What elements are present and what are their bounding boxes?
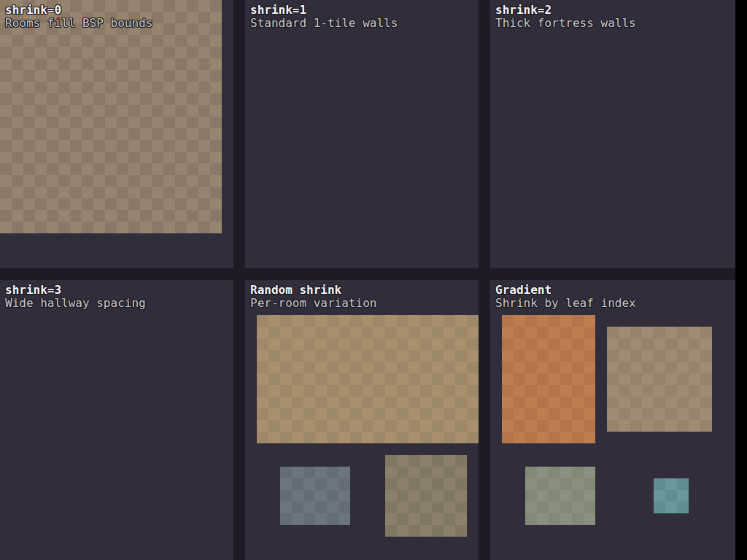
- panel-header: shrink=2 Thick fortress walls: [490, 0, 735, 30]
- rooms-layer: [490, 280, 735, 560]
- panel-gradient: Gradient Shrink by leaf index: [490, 280, 735, 560]
- panel-subtitle: Shrink by leaf index: [495, 297, 735, 310]
- panel-shrink-0: shrink=0 Rooms fill BSP bounds: [0, 0, 233, 268]
- panel-subtitle: Per-room variation: [250, 297, 479, 310]
- rooms-layer: [245, 0, 479, 268]
- panel-title: shrink=1: [250, 4, 479, 17]
- rooms-layer: [245, 280, 479, 560]
- rooms-layer: [0, 280, 233, 560]
- panel-subtitle: Rooms fill BSP bounds: [5, 17, 233, 30]
- panel-subtitle: Wide hallway spacing: [5, 297, 233, 310]
- panel-header: shrink=1 Standard 1-tile walls: [245, 0, 479, 30]
- bsp-room: [257, 315, 479, 443]
- panel-subtitle: Thick fortress walls: [495, 17, 735, 30]
- bsp-room: [385, 455, 467, 537]
- bsp-demo-board: shrink=0 Rooms fill BSP bounds shrink=1 …: [0, 0, 735, 560]
- panel-title: Random shrink: [250, 284, 479, 297]
- panel-title: shrink=0: [5, 4, 233, 17]
- panel-header: shrink=0 Rooms fill BSP bounds: [0, 0, 233, 30]
- panel-header: Random shrink Per-room variation: [245, 280, 479, 310]
- rooms-layer: [0, 0, 233, 268]
- panel-shrink-3: shrink=3 Wide hallway spacing: [0, 280, 233, 560]
- panel-random-shrink: Random shrink Per-room variation: [245, 280, 479, 560]
- rooms-layer: [490, 0, 735, 268]
- panel-title: shrink=2: [495, 4, 735, 17]
- panel-header: shrink=3 Wide hallway spacing: [0, 280, 233, 310]
- bsp-room: [607, 327, 712, 432]
- panel-subtitle: Standard 1-tile walls: [250, 17, 479, 30]
- panel-title: shrink=3: [5, 284, 233, 297]
- bsp-room: [502, 315, 595, 443]
- panel-shrink-2: shrink=2 Thick fortress walls: [490, 0, 735, 268]
- bsp-room: [0, 0, 222, 233]
- bsp-room: [280, 467, 350, 525]
- panel-title: Gradient: [495, 284, 735, 297]
- bsp-room: [525, 467, 595, 525]
- panel-header: Gradient Shrink by leaf index: [490, 280, 735, 310]
- panel-shrink-1: shrink=1 Standard 1-tile walls: [245, 0, 479, 268]
- bsp-room: [654, 478, 689, 513]
